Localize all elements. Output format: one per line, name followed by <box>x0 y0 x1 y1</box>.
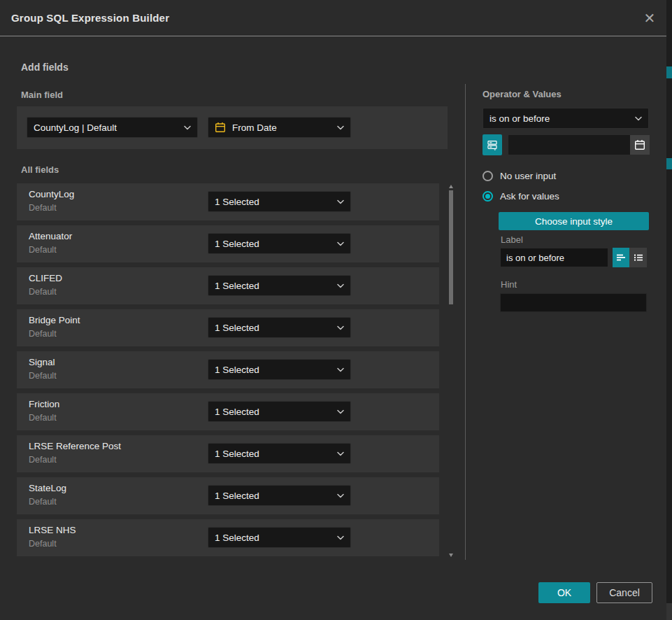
background-app-strip <box>666 0 672 620</box>
background-fragment <box>666 158 672 169</box>
chevron-down-icon <box>337 451 344 456</box>
field-subtitle: Default <box>29 455 57 465</box>
radio-ask-for-values-label: Ask for values <box>500 191 559 202</box>
chevron-down-icon <box>337 493 344 498</box>
chevron-down-icon <box>635 116 642 121</box>
field-subtitle: Default <box>29 413 57 423</box>
align-left-icon <box>615 252 627 263</box>
scrollbar-down-arrow[interactable] <box>449 554 453 557</box>
field-values-select[interactable]: 1 Selected <box>208 401 351 422</box>
field-values-select[interactable]: 1 Selected <box>208 359 351 380</box>
field-select[interactable]: From Date <box>208 117 351 138</box>
chevron-down-icon <box>337 409 344 414</box>
chevron-down-icon <box>337 283 344 288</box>
bullet-list-icon <box>633 252 644 263</box>
field-values-select-value: 1 Selected <box>215 491 333 501</box>
background-fragment <box>666 603 672 620</box>
field-row: Attenuator Default 1 Selected <box>17 225 439 262</box>
list-input-toggle[interactable] <box>629 248 647 267</box>
field-name: CLIFED <box>29 273 62 283</box>
field-name: CountyLog <box>29 189 74 199</box>
field-row: LRSE Reference Post Default 1 Selected <box>17 435 439 472</box>
field-row: Friction Default 1 Selected <box>17 393 439 430</box>
input-type-button[interactable] <box>482 134 502 155</box>
field-subtitle: Default <box>29 371 57 381</box>
chevron-down-icon <box>337 535 344 540</box>
field-values-select[interactable]: 1 Selected <box>208 527 351 548</box>
field-values-select-value: 1 Selected <box>215 365 333 375</box>
radio-ask-for-values[interactable]: Ask for values <box>482 191 559 202</box>
field-row: CLIFED Default 1 Selected <box>17 267 439 304</box>
dialog-titlebar: Group SQL Expression Builder ✕ <box>0 0 666 36</box>
radio-no-user-input[interactable]: No user input <box>482 171 556 181</box>
field-name: StateLog <box>29 483 66 493</box>
field-row: Signal Default 1 Selected <box>17 351 439 388</box>
field-subtitle: Default <box>29 539 57 549</box>
group-sql-expression-builder-dialog: Group SQL Expression Builder ✕ Add field… <box>0 0 666 620</box>
field-values-select[interactable]: 1 Selected <box>208 317 351 338</box>
single-line-input-toggle[interactable] <box>613 248 629 267</box>
layer-select[interactable]: CountyLog | Default <box>27 117 198 138</box>
list-scrollbar[interactable] <box>448 183 455 560</box>
add-fields-heading: Add fields <box>21 62 69 73</box>
field-values-select[interactable]: 1 Selected <box>208 191 351 212</box>
cancel-button[interactable]: Cancel <box>596 582 652 603</box>
stacked-rows-icon <box>487 139 498 150</box>
chevron-down-icon <box>337 199 344 204</box>
date-value-input[interactable] <box>508 134 650 155</box>
field-name: Bridge Point <box>29 315 80 325</box>
field-subtitle: Default <box>29 203 57 213</box>
radio-no-user-input-label: No user input <box>500 171 556 181</box>
chevron-down-icon <box>337 241 344 246</box>
field-values-select-value: 1 Selected <box>215 323 333 333</box>
panel-divider <box>465 84 466 560</box>
field-name: LRSE Reference Post <box>29 441 121 451</box>
layer-select-value: CountyLog | Default <box>34 122 180 133</box>
field-values-select-value: 1 Selected <box>215 197 333 207</box>
background-fragment <box>666 66 672 78</box>
field-name: Signal <box>29 357 55 367</box>
field-values-select-value: 1 Selected <box>215 239 333 249</box>
field-values-select[interactable]: 1 Selected <box>208 485 351 506</box>
operator-select[interactable]: is on or before <box>482 108 649 129</box>
scrollbar-thumb[interactable] <box>449 190 453 304</box>
hint-caption: Hint <box>501 279 517 290</box>
field-values-select-value: 1 Selected <box>215 533 333 543</box>
operator-select-value: is on or before <box>489 113 631 124</box>
field-values-select[interactable]: 1 Selected <box>208 275 351 296</box>
field-name: LRSE NHS <box>29 525 76 535</box>
field-row: StateLog Default 1 Selected <box>17 477 439 514</box>
calendar-icon <box>215 122 226 133</box>
operator-values-heading: Operator & Values <box>482 89 562 99</box>
chevron-down-icon <box>184 125 191 130</box>
field-subtitle: Default <box>29 245 57 255</box>
calendar-picker-button[interactable] <box>630 135 650 155</box>
main-field-label: Main field <box>21 90 63 100</box>
scrollbar-up-arrow[interactable] <box>449 185 453 188</box>
hint-input[interactable] <box>500 293 647 312</box>
main-field-box: CountyLog | Default From Date <box>17 106 448 149</box>
all-fields-label: All fields <box>21 164 59 175</box>
field-select-value: From Date <box>232 122 333 133</box>
ok-button[interactable]: OK <box>538 582 590 603</box>
field-values-select-value: 1 Selected <box>215 281 333 291</box>
radio-circle-checked-icon <box>482 191 493 202</box>
label-input[interactable] <box>500 248 608 267</box>
chevron-down-icon <box>337 325 344 330</box>
dialog-title: Group SQL Expression Builder <box>11 0 169 36</box>
choose-input-style-button[interactable]: Choose input style <box>499 212 649 230</box>
label-caption: Label <box>501 234 523 245</box>
radio-circle-icon <box>482 171 493 181</box>
field-values-select-value: 1 Selected <box>215 407 333 417</box>
all-fields-list: CountyLog Default 1 Selected Attenuator … <box>17 183 439 561</box>
field-subtitle: Default <box>29 329 57 339</box>
calendar-icon <box>634 139 645 150</box>
field-values-select[interactable]: 1 Selected <box>208 233 351 254</box>
field-values-select-value: 1 Selected <box>215 449 333 459</box>
close-icon[interactable]: ✕ <box>641 10 658 27</box>
field-name: Attenuator <box>29 231 72 241</box>
field-name: Friction <box>29 399 59 409</box>
field-row: CountyLog Default 1 Selected <box>17 183 439 220</box>
field-subtitle: Default <box>29 497 57 507</box>
field-values-select[interactable]: 1 Selected <box>208 443 351 464</box>
